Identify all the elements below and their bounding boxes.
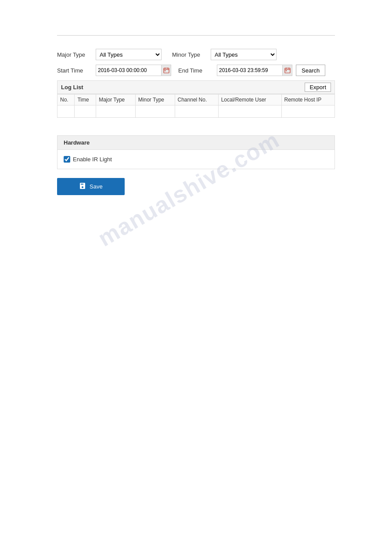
col-minor-type: Minor Type [135, 94, 175, 105]
end-time-calendar-icon[interactable] [282, 65, 292, 76]
cell-no [58, 105, 75, 118]
col-local-remote-user: Local/Remote User [218, 94, 281, 105]
export-button[interactable]: Export [305, 83, 331, 92]
hardware-section: Hardware Enable IR Light [57, 135, 335, 169]
cell-minor-type [135, 105, 175, 118]
col-major-type: Major Type [96, 94, 136, 105]
col-remote-host-ip: Remote Host IP [281, 94, 335, 105]
major-type-label: Major Type [57, 51, 92, 58]
save-label: Save [90, 183, 103, 190]
save-button[interactable]: Save [57, 178, 125, 195]
log-table: No. Time Major Type Minor Type Channel N… [57, 94, 335, 118]
hardware-body: Enable IR Light [58, 150, 334, 169]
table-header-row: No. Time Major Type Minor Type Channel N… [58, 94, 335, 105]
svg-rect-9 [286, 70, 287, 71]
cell-local-remote-user [218, 105, 281, 118]
svg-rect-0 [164, 68, 169, 73]
filter-row-1: Major Type All Types Minor Type All Type… [57, 49, 335, 60]
minor-type-label: Minor Type [172, 51, 207, 58]
cell-major-type [96, 105, 136, 118]
col-time: Time [75, 94, 96, 105]
top-divider [57, 35, 335, 36]
main-content: Major Type All Types Minor Type All Type… [57, 49, 335, 213]
start-time-label: Start Time [57, 67, 92, 74]
end-time-input[interactable] [217, 65, 282, 76]
end-time-wrap [217, 65, 292, 76]
log-list-header: Log List Export [57, 80, 335, 94]
ir-light-label: Enable IR Light [73, 156, 112, 163]
start-time-wrap [96, 65, 171, 76]
log-list-title: Log List [61, 84, 83, 91]
hardware-header: Hardware [58, 136, 334, 150]
cell-time [75, 105, 96, 118]
col-no: No. [58, 94, 75, 105]
cell-channel-no [175, 105, 218, 118]
minor-type-select[interactable]: All Types [211, 49, 277, 60]
ir-light-checkbox[interactable] [64, 156, 70, 163]
end-time-label: End Time [178, 67, 213, 74]
major-type-select[interactable]: All Types [96, 49, 162, 60]
svg-rect-5 [285, 68, 290, 73]
cell-remote-host-ip [281, 105, 335, 118]
col-channel-no: Channel No. [175, 94, 218, 105]
search-button[interactable]: Search [296, 65, 325, 76]
start-time-calendar-icon[interactable] [161, 65, 171, 76]
start-time-input[interactable] [96, 65, 161, 76]
table-row [58, 105, 335, 118]
ir-light-row: Enable IR Light [64, 156, 328, 163]
svg-rect-4 [165, 70, 165, 71]
save-icon [79, 182, 86, 191]
save-section: Save [57, 178, 335, 213]
filter-row-2: Start Time End Time [57, 65, 335, 76]
